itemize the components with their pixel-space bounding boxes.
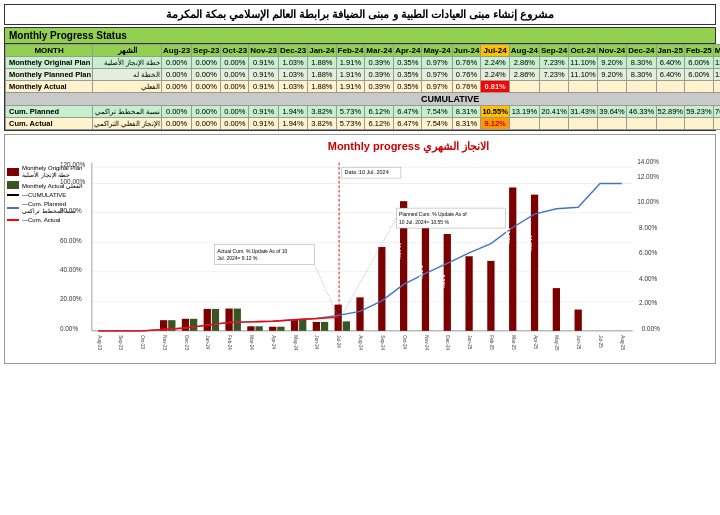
ma-mar25	[713, 81, 720, 93]
bar-orig-22	[575, 310, 582, 331]
monthly-table-section: Monthly Progress Status MONTH الشهر Aug-…	[4, 27, 716, 131]
x-label-1: Sep-23	[118, 335, 123, 350]
y-label-20: 20.00%	[60, 295, 82, 302]
y2-label-12: 12.00%	[637, 173, 659, 180]
op-mar25: 12.28%	[713, 57, 720, 69]
ma-oct24	[569, 81, 597, 93]
ca-nov23: 0.91%	[249, 118, 279, 130]
x-label-21: May-25	[554, 335, 559, 351]
op-aug24: 2.86%	[509, 57, 539, 69]
bar-label-oct24: 11.10%	[396, 243, 402, 261]
x-label-18: Feb-25	[489, 335, 494, 350]
y2-label-10: 10.00%	[637, 198, 659, 205]
y-label-40: 40.00%	[60, 266, 82, 273]
bar-orig-18	[487, 261, 494, 331]
cp-mar24: 6.12%	[365, 106, 394, 118]
bar-act-7	[255, 326, 262, 331]
actual-label: Monthely Actual	[6, 81, 93, 93]
legend-line-cum-actual	[7, 219, 19, 221]
pp-feb25: 6.00%	[685, 69, 714, 81]
ca-feb25	[685, 118, 714, 130]
cum-actual-row: Cum. Actual الإنجاز الفعلي التراكمي 0.00…	[6, 118, 721, 130]
op-oct24: 11.10%	[569, 57, 597, 69]
x-label-4: Dec-23	[184, 335, 189, 350]
cp-dec24: 46.33%	[627, 106, 656, 118]
y2-label-8: 8.00%	[639, 224, 657, 231]
x-label-20: Apr-25	[533, 335, 538, 349]
pp-may24: 0.97%	[422, 69, 452, 81]
pp-dec23: 1.03%	[278, 69, 307, 81]
planned-annotation-line2: 10 Jul. 2024= 10.55 %	[399, 219, 449, 225]
bar-orig-19	[509, 187, 516, 330]
x-label-6: Feb-24	[227, 335, 232, 350]
cp-may24: 7.54%	[422, 106, 452, 118]
bar-act-6	[234, 309, 241, 331]
ma-oct23: 0.00%	[221, 81, 249, 93]
y-label-100: 100.00%	[60, 178, 85, 185]
col-may24: May-24	[422, 45, 452, 57]
op-aug23: 0.00%	[161, 57, 191, 69]
op-dec23: 1.03%	[278, 57, 307, 69]
cp-feb24: 5.73%	[336, 106, 365, 118]
ca-oct23: 0.00%	[221, 118, 249, 130]
ca-jul24: 9.12%	[481, 118, 509, 130]
col-aug24: Aug-24	[509, 45, 539, 57]
x-label-7: Mar-24	[249, 335, 254, 350]
x-label-15: Nov-24	[424, 335, 429, 350]
planned-label-ar: الخطة له	[93, 69, 162, 81]
col-apr24: Apr-24	[394, 45, 422, 57]
bar-orig-5	[204, 309, 211, 331]
pp-dec24: 8.30%	[627, 69, 656, 81]
op-jun24: 0.76%	[452, 57, 481, 69]
col-mar24: Mar-24	[365, 45, 394, 57]
ma-sep24	[539, 81, 568, 93]
col-dec24: Dec-24	[627, 45, 656, 57]
col-nov23: Nov-23	[249, 45, 279, 57]
ma-feb25	[685, 81, 714, 93]
x-label-11: Jul-24	[336, 335, 341, 348]
bar-act-8	[277, 327, 284, 331]
planned-annotation-line	[342, 218, 397, 315]
ma-jan25	[656, 81, 684, 93]
original-plan-row: Monthely Original Plan خطة الإنجاز الأصل…	[6, 57, 721, 69]
op-sep24: 7.23%	[539, 57, 568, 69]
ca-jun24: 8.31%	[452, 118, 481, 130]
ca-dec23: 1.94%	[278, 118, 307, 130]
op-feb24: 1.91%	[336, 57, 365, 69]
op-oct23: 0.00%	[221, 57, 249, 69]
chart-container: Monthely Original Planخطة الإنجاز الأصلي…	[4, 134, 716, 364]
x-label-13: Sep-24	[380, 335, 385, 350]
ca-nov24	[597, 118, 627, 130]
legend-color-actual	[7, 181, 19, 189]
pp-jun24: 0.76%	[452, 69, 481, 81]
cum-actual-label-ar: الإنجاز الفعلي التراكمي	[93, 118, 162, 130]
planned-row: Monthely Planned Plan الخطة له 0.00% 0.0…	[6, 69, 721, 81]
pp-apr24: 0.35%	[394, 69, 422, 81]
bar-orig-12	[356, 297, 363, 330]
x-label-5: Jan-24	[205, 335, 210, 349]
bar-act-5	[212, 309, 219, 331]
ma-dec24	[627, 81, 656, 93]
ca-sep24	[539, 118, 568, 130]
x-label-0: Aug-23	[97, 335, 102, 350]
cp-mar25: 70.37%	[713, 106, 720, 118]
cp-jul24: 10.55%	[481, 106, 509, 118]
ma-mar24: 0.39%	[365, 81, 394, 93]
cumulative-label: CUMULATIVE	[6, 93, 721, 106]
y2-label-6: 6.00%	[639, 249, 657, 256]
bar-orig-9	[291, 319, 298, 330]
ca-jan24: 3.82%	[308, 118, 336, 130]
cp-apr24: 6.47%	[394, 106, 422, 118]
cp-oct24: 31.43%	[569, 106, 597, 118]
x-label-9: May-24	[293, 335, 298, 351]
y2-label-4: 4.00%	[639, 275, 657, 282]
ma-jan24: 1.88%	[308, 81, 336, 93]
cp-jan24: 3.82%	[308, 106, 336, 118]
bar-orig-13	[378, 247, 385, 331]
legend-line-cumulative	[7, 194, 19, 196]
legend-color-original	[7, 168, 19, 176]
x-label-19: Mar-25	[511, 335, 516, 350]
bar-label-apr25: 11.65%	[527, 235, 533, 253]
col-aug23: Aug-23	[161, 45, 191, 57]
ca-aug24	[509, 118, 539, 130]
